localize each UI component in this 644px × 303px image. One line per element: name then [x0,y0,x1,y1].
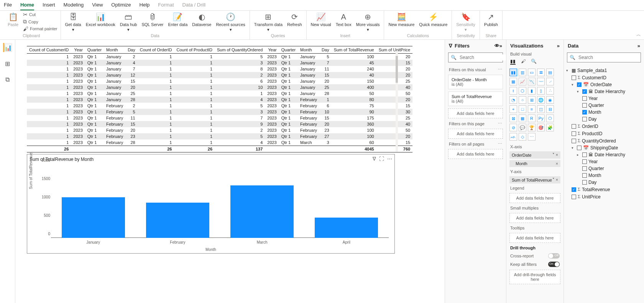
more-icon[interactable]: ⋯ [498,141,502,146]
viz-type-icon[interactable]: ◔ [509,96,517,104]
build-visual-tab[interactable]: ▮▮ [510,59,516,65]
viz-type-icon[interactable]: 🏆 [528,124,536,131]
tab-home[interactable]: Home [20,0,34,10]
bar[interactable] [230,185,294,238]
viz-type-icon[interactable]: ⫳ [509,87,517,95]
filters-search[interactable]: 🔍 [448,52,503,62]
viz-type-icon[interactable]: R [528,115,536,122]
sql-button[interactable]: 🛢SQL Server [140,11,164,28]
format-visual-tab[interactable]: 🖌 [521,59,526,65]
transform-data-button[interactable]: ⊞Transform data▾ [253,11,284,33]
viz-type-icon[interactable]: ⊠ [509,115,517,122]
text-box-button[interactable]: AText box [335,11,353,28]
viz-type-icon[interactable]: ∴ [546,87,554,95]
table-view-icon[interactable]: ⊞ [3,59,12,68]
table-row[interactable]: 12023Qtr 1February51132023Qtr 1February1… [27,109,412,115]
viz-type-icon[interactable]: ▭ [528,69,536,76]
bar-chart-visual[interactable]: Sum of TotalRevenue by Month ∇ ⛶ ⋯ Sum o… [27,154,395,254]
viz-type-icon[interactable]: ○ [519,96,526,104]
table-row[interactable]: 12023Qtr 1January251112023Qtr 1January28… [27,90,412,97]
table-row[interactable]: 12023Qtr 1January151162023Qtr 1January20… [27,78,412,84]
table-row[interactable]: 12023Qtr 1January281142023Qtr 1February1… [27,97,412,103]
field-productid[interactable]: ΣProductID [566,130,642,137]
viz-type-icon[interactable]: ⟋ [546,78,554,85]
report-canvas[interactable]: Count of CustomerIDYearQuarterMonthDayCo… [15,40,445,303]
viz-type-icon[interactable]: □ [519,105,526,113]
get-data-button[interactable]: 🗄Get data▾ [64,11,82,33]
viz-type-icon[interactable]: 🌐 [537,96,545,104]
filter-drop-visual[interactable]: Add data fields here [448,108,503,118]
viz-type-icon[interactable]: ≡ [528,105,536,113]
viz-type-icon[interactable]: ▥ [519,69,526,76]
table-row[interactable]: 12023Qtr 1February111172023Qtr 1February… [27,115,412,121]
focus-mode-icon[interactable]: ⛶ [379,156,384,162]
viz-type-icon[interactable]: Py [537,115,545,122]
viz-type-icon[interactable]: ▤ [546,69,554,76]
field-quantityordered[interactable]: ΣQuantityOrdered [566,137,642,144]
viz-type-icon[interactable]: ⬡ [519,87,526,95]
bar[interactable] [315,218,378,238]
tab-optimize[interactable]: Optimize [111,0,131,10]
table-scrollbar[interactable] [396,52,398,152]
field-shippingdate-year[interactable]: Year [566,158,642,165]
recent-sources-button[interactable]: 🕐Recent sources▾ [215,11,246,33]
table-visual[interactable]: Count of CustomerIDYearQuarterMonthDayCo… [27,46,395,152]
viz-type-icon[interactable]: ◫ [537,105,545,113]
new-visual-button[interactable]: 📈New visual [310,11,332,28]
tab-format[interactable]: Format [158,0,174,10]
filter-drop-page[interactable]: Add data fields here [448,129,503,139]
quick-measure-button[interactable]: ⚡Quick measure [418,11,449,28]
viz-type-icon[interactable]: ◉ [546,96,554,104]
model-view-icon[interactable]: ⧉ [3,75,12,84]
copy-button[interactable]: ⧉Copy [23,18,58,25]
tab-insert[interactable]: Insert [43,0,55,10]
xaxis-field-orderdate[interactable]: OrderDate˅ × [509,151,560,159]
more-icon[interactable]: ⋯ [498,67,502,72]
viz-type-icon[interactable]: 〰 [537,78,545,85]
legend-drop[interactable]: Add data fields here [509,193,560,203]
keep-filters-toggle[interactable]: On [548,262,560,267]
field-orderdate-day[interactable]: Day [566,116,642,123]
viz-type-icon[interactable]: ▮▮ [509,69,517,76]
filter-drop-all[interactable]: Add data fields here [448,149,503,159]
field-shippingdate-month[interactable]: Month [566,172,642,179]
table-row[interactable]: 12023Qtr 1January41132023Qtr 1January745… [27,60,412,66]
cut-button[interactable]: ✂Cut [23,11,58,18]
data-search[interactable]: 🔍 [567,52,641,62]
table-row[interactable]: 12023Qtr 1February281142023Qtr 1March360… [27,139,412,146]
dataverse-button[interactable]: ◐Dataverse [191,11,212,28]
viz-type-icon[interactable]: 🧩 [546,124,554,131]
collapse-pane-icon[interactable]: » [557,43,560,49]
viz-type-icon[interactable]: ◇ [519,133,526,141]
field-shippingdate-day[interactable]: Day [566,179,642,186]
table-row[interactable]: 12023Qtr 1February21152023Qtr 1February6… [27,103,412,109]
viz-type-icon[interactable]: ▮ [528,87,536,95]
field-shippingdate[interactable]: ▾📅ShippingDate [566,144,642,151]
small-multiples-drop[interactable]: Add data fields here [509,213,560,223]
viz-type-icon[interactable]: 💬 [519,124,526,131]
field-unitprice[interactable]: ΣUnitPrice [566,193,642,200]
field-customerid[interactable]: ΣCustomerID [566,74,642,81]
field-orderdate-month[interactable]: ✓Month [566,109,642,116]
data-hub-button[interactable]: 🗃Data hub▾ [119,11,138,33]
table-row[interactable]: 12023Qtr 1February151192023Qtr 1February… [27,121,412,127]
filter-icon[interactable]: ∇ [373,156,376,162]
report-view-icon[interactable]: 📊 [3,43,12,52]
viz-type-icon[interactable]: ⋯ [528,133,536,141]
enter-data-button[interactable]: 📝Enter data [167,11,189,28]
tooltips-drop[interactable]: Add data fields here [509,233,560,243]
viz-type-icon[interactable]: ▦ [509,78,517,85]
table-row[interactable]: 12023Qtr 1January121122023Qtr 1January15… [27,72,412,78]
viz-type-icon[interactable]: ⊞ [528,96,536,104]
filter-card-orderdate[interactable]: OrderDate - Monthis (All) [448,75,503,89]
field-shippingdate-quarter[interactable]: Quarter [566,165,642,172]
collapse-pane-icon[interactable]: » [499,43,502,49]
tab-modeling[interactable]: Modeling [64,0,84,10]
collapse-ribbon-icon[interactable]: ︿ [636,31,641,38]
refresh-button[interactable]: ⟳Refresh [286,11,303,28]
yaxis-field-totalrevenue[interactable]: Sum of TotalRevenue˅ × [509,176,560,183]
field-orderdate-quarter[interactable]: Quarter [566,102,642,109]
field-shippingdate-hierarchy[interactable]: ▸🏛Date Hierarchy [566,151,642,158]
field-orderdate[interactable]: ▾✓📅OrderDate [566,81,642,88]
tab-file[interactable]: File [4,0,12,10]
